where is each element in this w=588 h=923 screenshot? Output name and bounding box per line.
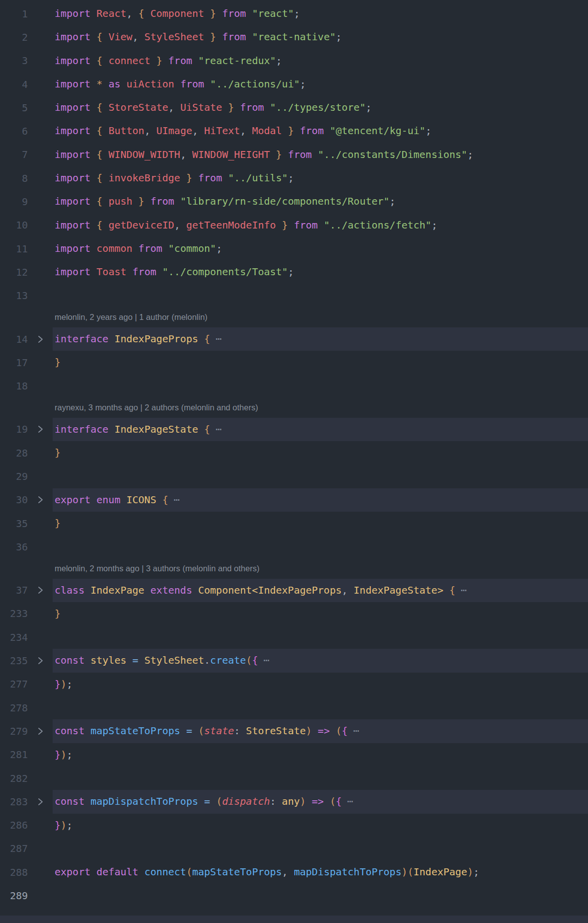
code-token: {: [96, 190, 108, 213]
code-row: 18: [0, 374, 588, 397]
codelens-annotation[interactable]: raynexu, 3 months ago | 2 authors (melon…: [53, 403, 258, 412]
code-token: "../components/Toast": [162, 260, 288, 284]
fold-chevron-icon[interactable]: [28, 727, 53, 736]
code-token: ⋯: [210, 418, 221, 441]
fold-chevron-icon[interactable]: [28, 656, 53, 665]
line-number[interactable]: 12: [0, 266, 28, 278]
line-number[interactable]: 14: [0, 333, 28, 345]
line-number[interactable]: 282: [0, 772, 28, 784]
code-token: "library/rn-side/components/Router": [180, 190, 389, 213]
line-number[interactable]: 19: [0, 423, 28, 435]
line-number[interactable]: 233: [0, 608, 28, 619]
code-token: mapStateToProps: [192, 860, 282, 884]
code-token: IndexPageState>: [354, 579, 443, 602]
gutter: 234: [0, 631, 53, 643]
code-line[interactable]: export default connect(mapStateToProps, …: [53, 860, 588, 884]
code-token: ;: [67, 673, 73, 696]
line-number[interactable]: 17: [0, 357, 28, 369]
line-number[interactable]: 277: [0, 678, 28, 690]
code-line[interactable]: });: [53, 814, 588, 837]
code-line[interactable]: }: [53, 351, 588, 374]
line-number[interactable]: 13: [0, 290, 28, 302]
gutter: 278: [0, 702, 53, 714]
code-row: 3import { connect } from "react-redux";: [0, 49, 588, 73]
code-row: 288export default connect(mapStateToProp…: [0, 860, 588, 884]
code-line[interactable]: export enum ICONS { ⋯: [53, 488, 588, 512]
line-number[interactable]: 29: [0, 470, 28, 482]
code-token: =: [198, 790, 216, 813]
line-number[interactable]: 1: [0, 8, 28, 20]
code-line[interactable]: import common from "common";: [53, 237, 588, 260]
code-line[interactable]: import { View, StyleSheet } from "react-…: [53, 25, 588, 49]
code-line[interactable]: import { getDeviceID, getTeenModeInfo } …: [53, 214, 588, 237]
code-token: ;: [426, 119, 432, 143]
line-number[interactable]: 10: [0, 219, 28, 231]
codelens-annotation[interactable]: melonlin, 2 years ago | 1 author (melonl…: [53, 312, 208, 322]
fold-chevron-icon[interactable]: [28, 335, 53, 344]
line-number[interactable]: 4: [0, 78, 28, 90]
code-token: ⋯: [455, 579, 466, 602]
code-token: }: [204, 25, 216, 49]
code-line[interactable]: import Toast from "../components/Toast";: [53, 260, 588, 284]
line-number[interactable]: 234: [0, 631, 28, 643]
code-line[interactable]: const mapDispatchToProps = (dispatch: an…: [53, 790, 588, 813]
line-number[interactable]: 7: [0, 149, 28, 160]
code-line[interactable]: }: [53, 602, 588, 625]
line-number[interactable]: 18: [0, 380, 28, 392]
line-number[interactable]: 288: [0, 866, 28, 878]
codelens-annotation[interactable]: melonlin, 2 months ago | 3 authors (melo…: [53, 564, 259, 573]
code-token: View: [108, 25, 132, 49]
line-number[interactable]: 28: [0, 447, 28, 459]
line-number[interactable]: 9: [0, 196, 28, 208]
code-token: {: [342, 719, 348, 743]
line-number[interactable]: 279: [0, 725, 28, 737]
line-number[interactable]: 5: [0, 102, 28, 114]
gutter: 35: [0, 518, 53, 530]
fold-chevron-icon[interactable]: [28, 797, 53, 806]
fold-chevron-icon[interactable]: [28, 586, 53, 595]
line-number[interactable]: 235: [0, 655, 28, 667]
line-number[interactable]: 283: [0, 796, 28, 808]
line-number[interactable]: 30: [0, 494, 28, 506]
code-line[interactable]: interface IndexPageState { ⋯: [53, 418, 588, 441]
line-number-active[interactable]: 289: [0, 890, 28, 902]
line-number[interactable]: 278: [0, 702, 28, 714]
code-line[interactable]: });: [53, 743, 588, 767]
code-line[interactable]: const mapStateToProps = (state: StoreSta…: [53, 719, 588, 743]
code-line[interactable]: import { Button, UImage, HiText, Modal }…: [53, 119, 588, 143]
line-number[interactable]: 11: [0, 243, 28, 255]
code-line[interactable]: const styles = StyleSheet.create({ ⋯: [53, 649, 588, 672]
code-line[interactable]: });: [53, 673, 588, 696]
code-line[interactable]: import * as uiAction from "../actions/ui…: [53, 73, 588, 96]
line-number[interactable]: 281: [0, 749, 28, 761]
line-number[interactable]: 286: [0, 819, 28, 831]
line-number[interactable]: 6: [0, 125, 28, 137]
line-number[interactable]: 2: [0, 31, 28, 43]
code-token: import: [55, 166, 96, 190]
fold-chevron-icon[interactable]: [28, 425, 53, 434]
code-token: WINDOW_WIDTH: [108, 143, 180, 166]
code-line[interactable]: }: [53, 512, 588, 535]
line-number[interactable]: 36: [0, 541, 28, 553]
code-token: ;: [473, 860, 479, 884]
code-editor: 1import React, { Component } from "react…: [0, 0, 588, 923]
code-line[interactable]: import React, { Component } from "react"…: [53, 2, 588, 25]
line-number[interactable]: 37: [0, 584, 28, 596]
code-line[interactable]: import { WINDOW_WIDTH, WINDOW_HEIGHT } f…: [53, 143, 588, 166]
code-line[interactable]: }: [53, 441, 588, 464]
code-line[interactable]: import { StoreState, UiState } from "../…: [53, 96, 588, 119]
line-number[interactable]: 8: [0, 172, 28, 184]
code-token: (: [246, 649, 252, 672]
code-line[interactable]: class IndexPage extends Component<IndexP…: [53, 579, 588, 602]
fold-chevron-icon[interactable]: [28, 495, 53, 504]
code-line[interactable]: interface IndexPageProps { ⋯: [53, 327, 588, 351]
code-line[interactable]: import { invokeBridge } from "../utils";: [53, 166, 588, 190]
code-line[interactable]: import { connect } from "react-redux";: [53, 49, 588, 73]
line-number[interactable]: 287: [0, 843, 28, 854]
line-number[interactable]: 3: [0, 55, 28, 67]
codelens-row: raynexu, 3 months ago | 2 authors (melon…: [0, 398, 588, 418]
code-line[interactable]: import { push } from "library/rn-side/co…: [53, 190, 588, 213]
code-token: import: [55, 96, 96, 119]
line-number[interactable]: 35: [0, 518, 28, 530]
chevron-right-icon: [37, 495, 44, 504]
